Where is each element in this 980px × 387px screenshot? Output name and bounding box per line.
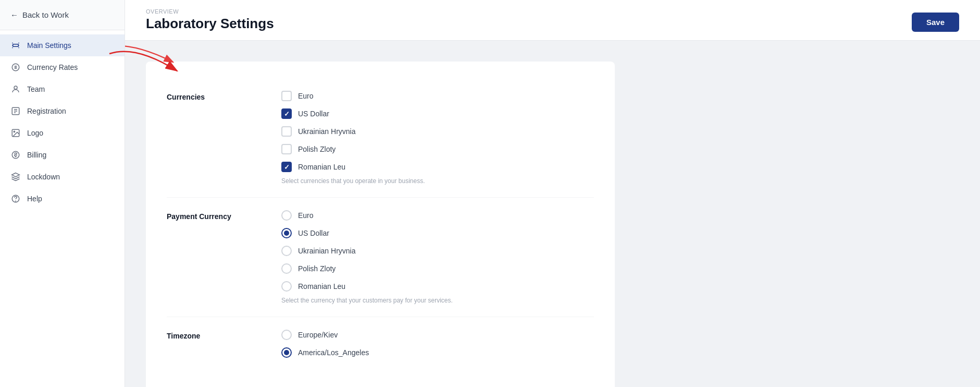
settings-icon [10,40,21,51]
svg-point-8 [14,86,17,89]
sidebar-item-logo[interactable]: Logo [0,122,125,144]
sidebar-item-label: Currency Rates [27,63,78,71]
registration-icon [10,106,21,116]
payment-usd-radio[interactable] [281,228,292,238]
sidebar-item-team[interactable]: Team [0,78,125,100]
save-button[interactable]: Save [912,13,959,32]
logo-icon [10,128,21,138]
currency-ron-option[interactable]: Romanian Leu [281,162,594,172]
sidebar-item-label: Team [27,85,45,93]
settings-card: Currencies Euro US Dollar [146,62,615,387]
back-to-work-button[interactable]: ← Back to Work [0,0,125,30]
breadcrumb: OVERVIEW [146,8,274,15]
timezone-kyiv-label: Europe/Kiev [298,331,338,339]
currency-euro-checkbox[interactable] [281,91,292,101]
svg-point-17 [16,201,16,201]
currencies-content: Euro US Dollar Ukrainian Hryvnia [281,91,594,185]
sidebar-item-label: Lockdown [27,173,60,181]
sidebar-item-registration[interactable]: Registration [0,100,125,122]
currency-pln-label: Polish Zloty [298,145,336,153]
sidebar: ← Back to Work Main Settings [0,0,125,387]
timezone-la-radio[interactable] [281,347,292,358]
currency-uah-checkbox[interactable] [281,126,292,137]
sidebar-item-label: Help [27,195,42,203]
timezone-la-label: America/Los_Angeles [298,348,369,357]
timezone-la-option[interactable]: America/Los_Angeles [281,347,594,358]
sidebar-item-label: Main Settings [27,41,71,50]
currency-ron-checkbox[interactable] [281,162,292,172]
svg-point-14 [14,131,15,132]
payment-uah-option[interactable]: Ukrainian Hryvnia [281,246,594,256]
currency-pln-option[interactable]: Polish Zloty [281,144,594,154]
timezone-kyiv-option[interactable]: Europe/Kiev [281,330,594,340]
payment-euro-radio[interactable] [281,210,292,221]
sidebar-item-currency-rates[interactable]: Currency Rates [0,56,125,78]
payment-ron-option[interactable]: Romanian Leu [281,281,594,292]
timezone-list: Europe/Kiev America/Los_Angeles [281,330,594,358]
timezone-kyiv-radio[interactable] [281,330,292,340]
sidebar-item-label: Logo [27,129,43,137]
payment-pln-label: Polish Zloty [298,264,336,273]
currency-pln-checkbox[interactable] [281,144,292,154]
currencies-hint: Select currencies that you operate in yo… [281,177,594,185]
page-header: OVERVIEW Laboratory Settings Save [125,0,980,41]
payment-ron-label: Romanian Leu [298,282,345,291]
currency-icon [10,62,21,72]
currency-euro-label: Euro [298,92,314,100]
payment-currency-content: Euro US Dollar Ukrainian Hryvnia [281,210,594,304]
payment-uah-radio[interactable] [281,246,292,256]
payment-usd-option[interactable]: US Dollar [281,228,594,238]
currency-euro-option[interactable]: Euro [281,91,594,101]
sidebar-item-label: Registration [27,107,66,115]
currency-usd-option[interactable]: US Dollar [281,108,594,119]
sidebar-item-label: Billing [27,151,46,159]
currencies-label: Currencies [167,91,260,185]
currencies-row: Currencies Euro US Dollar [167,78,594,198]
header-left: OVERVIEW Laboratory Settings [146,8,274,32]
page-title: Laboratory Settings [146,16,274,32]
help-icon [10,194,21,204]
payment-uah-label: Ukrainian Hryvnia [298,247,355,255]
sidebar-nav: Main Settings Currency Rates Team [0,30,125,387]
main-content: OVERVIEW Laboratory Settings Save Curren… [125,0,980,387]
sidebar-item-billing[interactable]: Billing [0,144,125,166]
timezone-row: Timezone Europe/Kiev America/Los_Angeles [167,317,594,376]
lockdown-icon [10,172,21,182]
currency-ron-label: Romanian Leu [298,163,345,171]
currency-usd-label: US Dollar [298,110,329,118]
timezone-label: Timezone [167,330,260,363]
payment-currency-list: Euro US Dollar Ukrainian Hryvnia [281,210,594,292]
billing-icon [10,150,21,160]
currency-usd-checkbox[interactable] [281,108,292,119]
currencies-list: Euro US Dollar Ukrainian Hryvnia [281,91,594,172]
payment-euro-option[interactable]: Euro [281,210,594,221]
timezone-content: Europe/Kiev America/Los_Angeles [281,330,594,363]
payment-currency-hint: Select the currency that your customers … [281,297,594,304]
content-area: Currencies Euro US Dollar [125,41,980,387]
payment-currency-row: Payment Currency Euro US Dollar [167,198,594,317]
payment-pln-option[interactable]: Polish Zloty [281,263,594,274]
payment-ron-radio[interactable] [281,281,292,292]
sidebar-item-help[interactable]: Help [0,188,125,210]
currency-uah-option[interactable]: Ukrainian Hryvnia [281,126,594,137]
payment-usd-label: US Dollar [298,229,329,237]
team-icon [10,84,21,94]
payment-currency-label: Payment Currency [167,210,260,304]
back-arrow-icon: ← [10,10,18,19]
sidebar-item-lockdown[interactable]: Lockdown [0,166,125,188]
payment-pln-radio[interactable] [281,263,292,274]
svg-rect-6 [13,44,19,47]
sidebar-item-main-settings[interactable]: Main Settings [0,34,125,56]
currency-uah-label: Ukrainian Hryvnia [298,127,355,136]
payment-euro-label: Euro [298,211,314,220]
back-label: Back to Work [22,10,69,19]
